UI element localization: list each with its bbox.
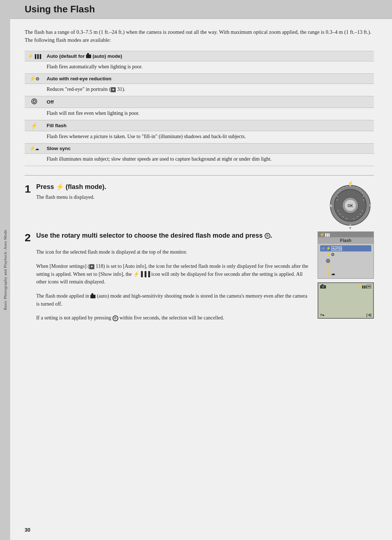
page-number: 30 [25,527,30,533]
svg-text:OK: OK [348,204,354,208]
side-tab: Basic Photography and Playback: Auto Mod… [0,0,10,540]
flash-item-redeye-icon: ⚡⊙ [326,252,334,257]
step2-para2: When [Monitor settings] (✦ 118) is set t… [36,262,310,286]
screen-top-row: ⚡▐▐▐ IN [318,283,373,290]
svg-point-28 [354,218,355,219]
flash-slowsync-icon: ⚡☁ [25,143,44,153]
svg-text:▼: ▼ [348,226,352,230]
intro-paragraph: The flash has a range of 0.3–7.5 m (1 ft… [25,28,374,44]
ok-icon-2: ® [113,315,118,321]
svg-point-35 [323,286,324,287]
step2-content: 2 Use the rotary multi selector to choos… [25,231,310,329]
separator [25,175,374,176]
svg-point-22 [343,216,344,217]
camera-screen-display: ⚡▐▐▐ IN 7► [ 8] [318,282,374,319]
table-row: ⚡▐▐▐ Auto (default for (auto) mode) [25,51,374,61]
step2-illustrations: ⚡▐▐▐ Flash ◁ ⚡AUTO ◁ ⚡⊙ [318,231,374,329]
table-row: Ⓞ Off [25,96,374,108]
step2-para4: If a setting is not applied by pressing … [36,314,310,322]
flash-fill-desc: Flash fires whenever a picture is taken.… [44,131,374,143]
svg-point-15 [343,187,344,188]
main-content: Using the Flash The flash has a range of… [10,0,392,540]
flash-menu-item-redeye: ◁ ⚡⊙ [320,251,371,258]
flash-menu-item-auto: ◁ ⚡AUTO [320,245,371,251]
screen-bottom-left: 7► [320,313,325,317]
flash-off-desc: Flash will not fire even when lighting i… [44,108,374,120]
table-row: ⚡ Fill flash [25,120,374,131]
title-bar: Using the Flash [10,0,392,19]
table-row: Flash illuminates main subject; slow shu… [25,153,374,166]
step2-number: 2 [25,232,31,243]
step2-para1: The icon for the selected flash mode is … [36,248,310,256]
step1-body: Press ⚡ (flash mode). The flash menu is … [36,183,319,201]
svg-point-13 [363,196,364,197]
flash-auto-icon: ⚡▐▐▐ [25,51,44,61]
table-row: ⚡☁ Slow sync [25,143,374,153]
flash-menu-items: ◁ ⚡AUTO ◁ ⚡⊙ ◁ Ⓞ ◁ ⚡ [318,244,373,278]
table-row: ⚡⊙ Auto with red-eye reduction [25,73,374,84]
table-row: Reduces "red-eye" in portraits (✦ 31). [25,84,374,96]
flash-item-off-icon: Ⓞ [326,258,330,264]
side-tab-label: Basic Photography and Playback: Auto Mod… [3,230,7,310]
svg-point-16 [340,189,341,190]
flash-auto-label: Auto (default for (auto) mode) [44,51,374,61]
svg-point-20 [338,210,339,211]
flash-menu-item-off: ◁ Ⓞ [320,258,371,265]
svg-point-23 [346,218,347,219]
step2-para3: The flash mode applied in (auto) mode an… [36,292,310,308]
page: Basic Photography and Playback: Auto Mod… [0,0,392,540]
flash-off-label: Off [44,96,374,108]
step1-section: 1 Press ⚡ (flash mode). The flash menu i… [25,183,374,231]
flash-item-auto-icon: ⚡AUTO [326,246,342,251]
svg-point-12 [362,192,363,193]
ok-icon: ® [265,233,270,239]
screen-flash-icon: ⚡▐▐▐ IN [358,285,371,289]
flash-auto-desc: Flash fires automatically when lighting … [44,61,374,73]
svg-point-26 [360,213,361,214]
svg-point-19 [337,199,338,200]
svg-point-24 [363,199,364,200]
flash-redeye-icon: ⚡⊙ [25,73,44,84]
flash-menu-titlebar: ⚡▐▐▐ [318,232,373,237]
flash-menu-item-slowsync: ◁ ⚡☁ [320,271,371,277]
step1: 1 Press ⚡ (flash mode). The flash menu i… [25,183,319,201]
table-row: Flash will not fire even when lighting i… [25,108,374,120]
flash-modes-table: ⚡▐▐▐ Auto (default for (auto) mode) Flas… [25,51,374,166]
svg-point-21 [340,213,341,214]
flash-menu-icon: ⚡▐▐▐ [320,233,329,237]
svg-text:⚡: ⚡ [348,180,353,186]
step2: 2 Use the rotary multi selector to choos… [25,231,310,322]
camera-dial-image: OK [327,179,374,231]
flash-menu-item-fill: ◁ ⚡ [320,265,371,271]
step1-content: 1 Press ⚡ (flash mode). The flash menu i… [25,183,319,209]
flash-slowsync-desc: Flash illuminates main subject; slow shu… [44,153,374,166]
svg-point-11 [360,189,361,190]
flash-item-slowsync-icon: ⚡☁ [326,271,335,276]
flash-off-icon: Ⓞ [25,96,44,108]
step2-title: Use the rotary multi selector to choose … [36,231,310,240]
flash-menu-display: ⚡▐▐▐ Flash ◁ ⚡AUTO ◁ ⚡⊙ [318,231,374,279]
step1-title: Press ⚡ (flash mode). [36,183,319,191]
svg-point-27 [357,216,358,217]
flash-menu-label: Flash [318,237,373,244]
flash-redeye-desc: Reduces "red-eye" in portraits (✦ 31). [44,84,374,96]
step2-body: Use the rotary multi selector to choose … [36,231,310,322]
step1-description: The flash menu is displayed. [36,193,319,201]
camera-mode-icon [86,55,91,58]
svg-point-10 [357,187,358,188]
table-row: Flash fires whenever a picture is taken.… [25,131,374,143]
page-title: Using the Flash [25,4,377,15]
ref-icon: ✦ [111,87,116,92]
flash-redeye-label: Auto with red-eye reduction [44,73,374,84]
flash-slowsync-label: Slow sync [44,143,374,153]
flash-fill-label: Fill flash [44,120,374,131]
screen-bottom-row: 7► [ 8] [318,313,373,317]
svg-point-8 [369,204,371,206]
svg-rect-33 [322,284,323,286]
flash-fill-icon: ⚡ [25,120,44,131]
step2-section: 2 Use the rotary multi selector to choos… [25,231,374,329]
ref-icon-2: ✦ [89,264,94,269]
screen-middle [318,290,373,312]
screen-bottom-right: [ 8] [367,313,372,317]
svg-point-17 [338,192,339,193]
